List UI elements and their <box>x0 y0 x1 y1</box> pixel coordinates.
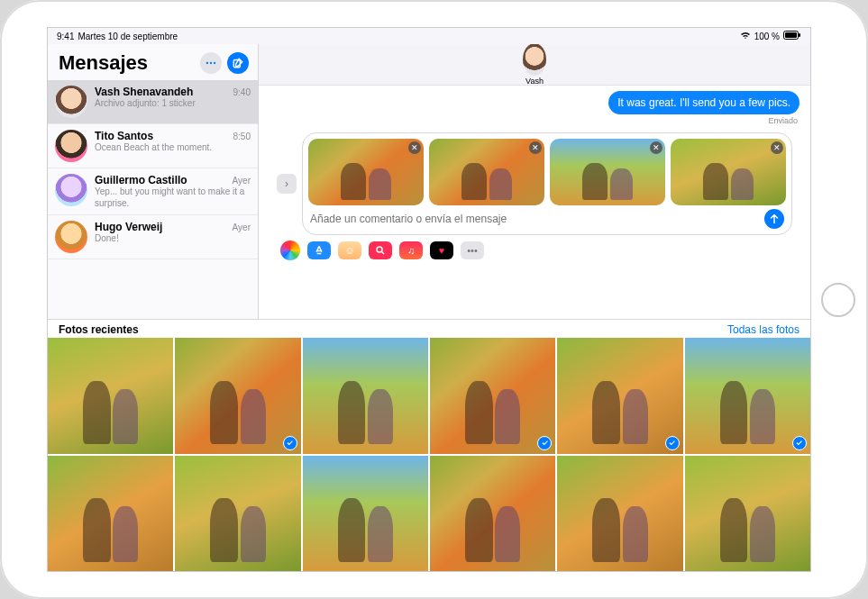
conversation-name: Guillermo Castillo <box>95 174 187 186</box>
main-row: Mensajes Vash Shenavandeh9:40Archivo adj… <box>48 44 810 320</box>
staged-photo[interactable]: ✕ <box>550 139 665 205</box>
conversation-time: 8:50 <box>233 132 251 141</box>
conversation-avatar <box>55 174 87 206</box>
app-digitaltouch-icon[interactable]: ♥ <box>430 241 453 259</box>
more-button[interactable] <box>200 52 222 74</box>
send-button[interactable] <box>764 209 784 229</box>
home-button[interactable] <box>821 283 855 317</box>
staged-photo[interactable]: ✕ <box>671 139 786 205</box>
photo-thumbnail[interactable] <box>48 456 173 572</box>
conversation-list[interactable]: Vash Shenavandeh9:40Archivo adjunto: 1 s… <box>48 80 258 319</box>
conversation-name: Hugo Verweij <box>95 221 162 233</box>
sent-bubble[interactable]: It was great. I'll send you a few pics. <box>608 91 799 114</box>
conversation-preview: Ocean Beach at the moment. <box>95 142 251 154</box>
input-row <box>308 209 786 229</box>
svg-point-3 <box>206 62 208 64</box>
remove-attachment-icon[interactable]: ✕ <box>771 141 783 154</box>
drawer-title: Fotos recientes <box>59 323 139 336</box>
photo-thumbnail[interactable] <box>685 338 810 454</box>
svg-point-4 <box>210 62 212 64</box>
conversation-time: Ayer <box>233 222 251 232</box>
conversation-body: Hugo VerweijAyerDone! <box>95 221 251 253</box>
app-music-icon[interactable]: ♫ <box>399 241 423 259</box>
svg-rect-2 <box>799 33 800 37</box>
conversation-avatar <box>55 86 87 118</box>
delivery-status: Enviado <box>270 116 798 125</box>
contact-name: Vash <box>525 77 544 86</box>
conversation-body: Vash Shenavandeh9:40Archivo adjunto: 1 s… <box>95 86 251 118</box>
staged-photo[interactable]: ✕ <box>429 139 544 205</box>
conversation-avatar <box>55 130 87 162</box>
conversation-time: Ayer <box>233 176 251 186</box>
chat-body: It was great. I'll send you a few pics. … <box>259 86 810 319</box>
battery-pct: 100 % <box>754 32 780 41</box>
message-row: It was great. I'll send you a few pics. <box>270 91 799 114</box>
conversation-item[interactable]: Tito Santos8:50Ocean Beach at the moment… <box>48 124 258 168</box>
conversation-name: Vash Shenavandeh <box>95 86 193 98</box>
photo-thumbnail[interactable] <box>685 456 810 572</box>
app-strip: ☺ ♫ ♥ ••• <box>270 235 799 266</box>
photo-thumbnail[interactable] <box>175 456 300 572</box>
conversation-avatar <box>55 221 87 253</box>
photo-thumbnail[interactable] <box>557 338 682 454</box>
conversation-preview: Archivo adjunto: 1 sticker <box>95 98 251 110</box>
remove-attachment-icon[interactable]: ✕ <box>529 141 542 154</box>
conversation-name: Tito Santos <box>95 130 153 142</box>
conversation-body: Guillermo CastilloAyerYep... but you mig… <box>95 174 251 209</box>
status-bar: 9:41 Martes 10 de septiembre 100 % <box>48 28 810 44</box>
battery-icon <box>783 31 801 41</box>
conversation-time: 9:40 <box>233 87 251 97</box>
photo-thumbnail[interactable] <box>430 456 555 572</box>
app-more-icon[interactable]: ••• <box>461 241 484 259</box>
ipad-frame: 9:41 Martes 10 de septiembre 100 % Mensa… <box>0 0 868 599</box>
staged-attachments: ✕✕✕✕ <box>308 139 786 205</box>
staged-photo[interactable]: ✕ <box>308 139 424 205</box>
app-photos-icon[interactable] <box>280 241 300 260</box>
all-photos-link[interactable]: Todas las fotos <box>727 323 799 336</box>
app-images-icon[interactable] <box>369 241 392 259</box>
sidebar-title: Mensajes <box>59 51 195 75</box>
photo-thumbnail[interactable] <box>557 456 682 572</box>
conversation-body: Tito Santos8:50Ocean Beach at the moment… <box>95 130 251 162</box>
conversation-item[interactable]: Vash Shenavandeh9:40Archivo adjunto: 1 s… <box>48 80 258 124</box>
photo-thumbnail[interactable] <box>303 456 428 572</box>
photo-thumbnail[interactable] <box>303 338 428 454</box>
selected-check-icon <box>283 436 297 450</box>
compose-button[interactable] <box>227 52 249 74</box>
sidebar: Mensajes Vash Shenavandeh9:40Archivo adj… <box>48 44 259 319</box>
chat-header[interactable]: Vash <box>259 44 810 86</box>
wifi-icon <box>740 31 751 41</box>
conversation-preview: Done! <box>95 233 251 245</box>
chat-pane: Vash It was great. I'll send you a few p… <box>259 44 810 319</box>
expand-apps-button[interactable]: › <box>277 174 297 194</box>
photo-thumbnail[interactable] <box>48 338 173 454</box>
conversation-item[interactable]: Guillermo CastilloAyerYep... but you mig… <box>48 168 258 215</box>
message-input[interactable] <box>310 213 759 225</box>
message-input-container: ✕✕✕✕ <box>302 132 792 235</box>
compose-area: › ✕✕✕✕ <box>270 129 799 235</box>
selected-check-icon <box>537 436 552 450</box>
selected-check-icon <box>665 436 680 450</box>
status-time: 9:41 <box>57 32 74 41</box>
photos-drawer: Fotos recientes Todas las fotos <box>48 320 810 571</box>
svg-point-7 <box>377 247 382 252</box>
conversation-item[interactable]: Hugo VerweijAyerDone! <box>48 215 258 259</box>
app-store-icon[interactable] <box>307 241 331 259</box>
contact-avatar[interactable] <box>523 44 546 76</box>
selected-check-icon <box>792 436 807 450</box>
remove-attachment-icon[interactable]: ✕ <box>650 141 662 154</box>
photo-thumbnail[interactable] <box>430 338 555 454</box>
remove-attachment-icon[interactable]: ✕ <box>408 141 421 154</box>
conversation-preview: Yep... but you might want to make it a s… <box>95 186 251 209</box>
sidebar-header: Mensajes <box>48 44 258 80</box>
photo-thumbnail[interactable] <box>175 338 300 454</box>
drawer-header: Fotos recientes Todas las fotos <box>48 320 810 338</box>
app-memoji-icon[interactable]: ☺ <box>338 241 361 259</box>
status-date: Martes 10 de septiembre <box>78 32 178 41</box>
photo-grid <box>48 338 810 571</box>
svg-point-5 <box>214 62 215 64</box>
screen: 9:41 Martes 10 de septiembre 100 % Mensa… <box>47 27 811 572</box>
svg-rect-1 <box>785 32 797 38</box>
